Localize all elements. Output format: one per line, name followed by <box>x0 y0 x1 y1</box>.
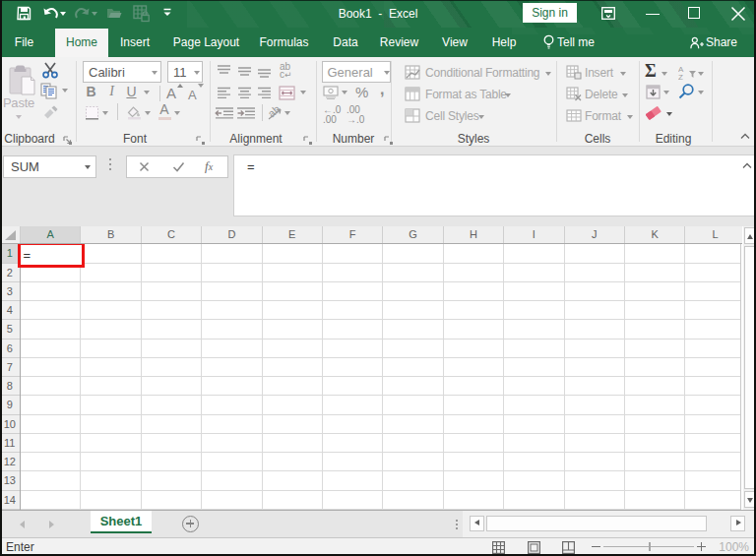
svg-text:Z: Z <box>678 73 683 80</box>
